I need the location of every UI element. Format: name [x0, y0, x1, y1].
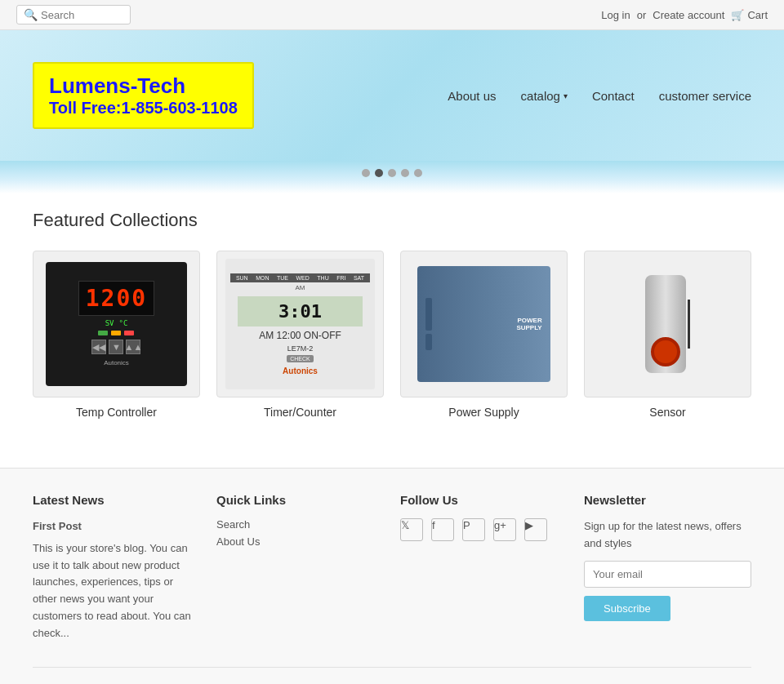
main-content: Featured Collections 1200 SV°C ◀◀: [0, 193, 784, 468]
cart-icon: 🛒: [731, 9, 744, 21]
timer-img: SUNMONTUEWEDTHUFRISAT AM 3:01 AM 12:00 O…: [225, 259, 375, 389]
newsletter-subscribe-button[interactable]: Subscribe: [584, 596, 670, 621]
timer-header-bar: SUNMONTUEWEDTHUFRISAT: [230, 273, 370, 282]
footer-latest-news: Latest News First Post This is your stor…: [33, 493, 200, 642]
power-supply-img: POWER SUPPLY: [417, 266, 550, 382]
latest-news-post[interactable]: First Post: [33, 518, 200, 535]
main-nav: About us catalog ▾ Contact customer serv…: [448, 89, 751, 103]
login-link[interactable]: Log in: [601, 9, 630, 21]
footer-follow-us: Follow Us 𝕏 f P g+ ▶: [400, 493, 568, 642]
collection-img-power: POWER SUPPLY: [400, 251, 568, 398]
collection-img-timer: SUNMONTUEWEDTHUFRISAT AM 3:01 AM 12:00 O…: [216, 251, 384, 398]
collection-img-temp: 1200 SV°C ◀◀ ▼ ▲▲ Autonics: [33, 251, 200, 398]
pinterest-icon[interactable]: P: [462, 518, 485, 541]
collection-power-supply[interactable]: POWER SUPPLY Power Supply: [400, 251, 568, 419]
cart-label: Cart: [747, 9, 768, 21]
nav-contact[interactable]: Contact: [592, 89, 635, 103]
collection-timer[interactable]: SUNMONTUEWEDTHUFRISAT AM 3:01 AM 12:00 O…: [216, 251, 384, 419]
temp-display: 1200: [78, 281, 154, 316]
nav-about[interactable]: About us: [448, 89, 496, 103]
sensor-img: [585, 251, 751, 397]
temp-brand: Autonics: [104, 359, 129, 366]
header: Lumens-Tech Toll Free:1-855-603-1108 Abo…: [0, 30, 784, 161]
search-icon: 🔍: [24, 8, 38, 21]
carousel-dot-2[interactable]: [375, 169, 383, 177]
footer-bottom: Copyright © 2017, Lumens-Tech. Powered b…: [33, 667, 751, 684]
search-input[interactable]: [41, 9, 131, 21]
quick-links-title: Quick Links: [216, 493, 384, 507]
footer: Latest News First Post This is your stor…: [0, 468, 784, 684]
cart-link[interactable]: 🛒 Cart: [731, 9, 768, 21]
newsletter-desc: Sign up for the latest news, offers and …: [584, 518, 751, 553]
power-label: POWER SUPPLY: [516, 317, 541, 331]
footer-newsletter: Newsletter Sign up for the latest news, …: [584, 493, 751, 642]
create-account-link[interactable]: Create account: [653, 9, 724, 21]
latest-news-body: This is your store's blog. You can use i…: [33, 540, 200, 642]
newsletter-email-input[interactable]: [584, 561, 751, 588]
nav-customer-service[interactable]: customer service: [659, 89, 751, 103]
collection-sensor[interactable]: Sensor: [584, 251, 751, 419]
carousel-dot-1[interactable]: [362, 169, 370, 177]
footer-quick-links: Quick Links Search About Us: [216, 493, 384, 642]
collection-label-sensor: Sensor: [584, 406, 751, 419]
carousel-dot-4[interactable]: [401, 169, 409, 177]
facebook-icon[interactable]: f: [431, 518, 454, 541]
collection-label-timer: Timer/Counter: [216, 406, 384, 419]
search-form[interactable]: 🔍: [16, 5, 131, 24]
google-plus-icon[interactable]: g+: [493, 518, 516, 541]
or-text: or: [637, 9, 647, 21]
logo-phone: Toll Free:1-855-603-1108: [49, 99, 238, 118]
follow-us-title: Follow Us: [400, 493, 568, 507]
collection-label-temp: Temp Controller: [33, 406, 200, 419]
twitter-icon[interactable]: 𝕏: [400, 518, 423, 541]
top-bar: 🔍 Log in or Create account 🛒 Cart: [0, 0, 784, 30]
timer-display: 3:01: [238, 296, 363, 326]
collection-temp-controller[interactable]: 1200 SV°C ◀◀ ▼ ▲▲ Autonics: [33, 251, 200, 419]
timer-sub: AM 12:00 ON-OFF: [259, 330, 341, 341]
logo-box[interactable]: Lumens-Tech Toll Free:1-855-603-1108: [33, 62, 254, 129]
collections-grid: 1200 SV°C ◀◀ ▼ ▲▲ Autonics: [33, 251, 751, 419]
latest-news-title: Latest News: [33, 493, 200, 507]
quick-link-search[interactable]: Search: [216, 518, 384, 531]
temp-controller-img: 1200 SV°C ◀◀ ▼ ▲▲ Autonics: [46, 262, 187, 385]
carousel-dot-5[interactable]: [414, 169, 422, 177]
timer-model: LE7M-2: [287, 344, 314, 353]
chevron-down-icon: ▾: [564, 91, 568, 100]
quick-link-about[interactable]: About Us: [216, 535, 384, 548]
temp-sub-display: SV°C: [105, 319, 128, 327]
carousel-dot-3[interactable]: [388, 169, 396, 177]
carousel-dots: [0, 161, 784, 193]
collection-img-sensor: [584, 251, 751, 398]
footer-grid: Latest News First Post This is your stor…: [33, 493, 751, 642]
collection-label-power: Power Supply: [400, 406, 568, 419]
social-icons: 𝕏 f P g+ ▶: [400, 518, 568, 546]
newsletter-title: Newsletter: [584, 493, 751, 507]
youtube-icon[interactable]: ▶: [524, 518, 547, 541]
top-bar-right: Log in or Create account 🛒 Cart: [601, 9, 768, 21]
timer-brand: Autonics: [283, 366, 318, 375]
logo-title: Lumens-Tech: [49, 73, 238, 99]
nav-catalog[interactable]: catalog ▾: [521, 89, 568, 103]
featured-collections-title: Featured Collections: [33, 210, 751, 231]
